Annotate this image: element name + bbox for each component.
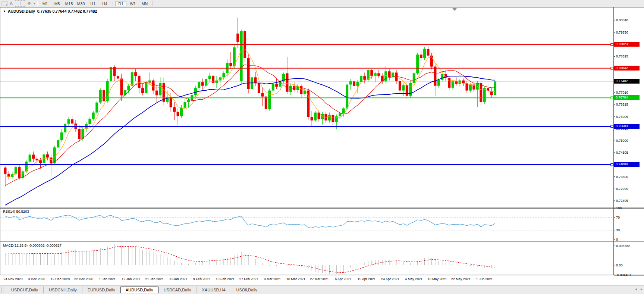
chart-tab-xauusd-h4[interactable]: XAUUSD,H4 [197,287,231,293]
chart-symbol-label: AUDUSD,Daily [8,9,35,13]
toolbar-separator [37,1,37,6]
price-tick-label: 0.80040 [616,18,628,22]
price-tick-label: 0.76515 [616,103,628,106]
cursor-mode-icon[interactable]: ✥ [25,1,33,6]
timeframe-button-w1[interactable]: W1 [127,1,138,6]
timeframe-button-m30[interactable]: M30 [75,1,87,6]
macd-tick-label: -0.004451 [616,273,631,277]
price-line-label: 0.77482 [614,79,640,84]
timeframe-button-h1[interactable]: H1 [87,1,98,6]
price-tick-label: 0.76005 [616,115,628,119]
rsi-tick-label: 100 [616,206,622,210]
timeframe-button-m15[interactable]: M15 [63,1,75,6]
chart-tab-usdcad-daily[interactable]: USDCAD,Daily [158,287,197,293]
price-line-label: 0.75603 [614,124,640,129]
timeframe-button-m1[interactable]: M1 [40,1,51,6]
price-line-label: 0.79023 [614,42,640,47]
tab-scroll-arrows: ◂ ▸ [635,287,643,291]
price-tick-label: 0.77010 [616,91,628,94]
tabbar-grip [1,287,3,293]
toolbar-dock-grid-icon[interactable]: F [0,1,7,6]
chart-tab-usoil-daily[interactable]: USOil,Daily [231,287,263,293]
price-tick-label: 0.79530 [616,31,628,34]
price-line-label: 0.76794 [614,95,640,100]
macd-label: MACD(12,26,9) -0.000302 -0.000627 [3,243,62,247]
date-label: 1 Jun 2021 [469,277,499,281]
font-tool-icon[interactable]: A [7,1,15,6]
tab-scroll-left-icon[interactable]: ◂ [635,287,637,291]
timeframe-button-h4[interactable]: H4 [99,1,110,6]
price-tick-label: 0.73500 [616,175,628,179]
toolbar-separator [153,1,153,6]
chart-tabbar: USDCHF,DailyUSDCNH,DailyEURUSD,DailyAUDU… [0,285,644,294]
rsi-tick-label: 30 [616,228,620,232]
chart-tab-usdcnh-daily[interactable]: USDCNH,Daily [43,287,82,293]
timeframe-button-d1[interactable]: D1 [115,1,126,6]
macd-tick-label: 0.00 [616,263,623,267]
chart-tab-eurusd-daily[interactable]: EURUSD,Daily [82,287,120,293]
mt4-window: F A T ✥ ▾ M1M5M15M30H1H4 D1W1MN ▼AUDUSD,… [0,0,644,294]
rsi-tick-label: 70 [616,216,620,219]
chart-tab-usdchf-daily[interactable]: USDCHF,Daily [6,287,43,293]
chart-window: ▼AUDUSD,Daily 0.77635 0.77644 0.77482 0.… [0,7,644,285]
price-tick-label: 0.78525 [616,54,628,58]
macd-tick-label: 0.008782 [616,244,630,248]
price-chart-plot[interactable] [0,7,644,285]
price-tick-label: 0.75000 [616,139,628,143]
price-tick-label: 0.72495 [616,199,628,203]
price-line-label: 0.78032 [614,66,640,71]
price-line-label: 0.74000 [614,162,640,167]
date-axis[interactable]: 24 Nov 20203 Dec 202012 Dec 202022 Dec 2… [0,275,614,285]
timeframe-button-m5[interactable]: M5 [51,1,63,6]
rsi-tick-label: 0 [616,238,618,241]
rsi-label: RSI(14) 50.8203 [3,209,29,213]
price-tick-label: 0.74505 [616,151,628,154]
dropdown-caret-icon[interactable]: ▾ [34,2,35,5]
symbol-dropdown-icon[interactable]: ▼ [3,10,6,13]
chart-quotes-label: 0.77635 0.77644 0.77482 0.77482 [37,9,97,13]
tab-scroll-right-icon[interactable]: ▸ [641,287,643,291]
toolbar-separator [113,1,113,6]
text-label-tool-icon[interactable]: T [15,0,25,7]
price-tick-label: 0.72990 [616,187,628,191]
chart-tab-audusd-daily[interactable]: AUDUSD,Daily [120,287,158,293]
timeframe-button-mn[interactable]: MN [139,1,150,6]
toolbar: F A T ✥ ▾ M1M5M15M30H1H4 D1W1MN [0,0,644,7]
chart-title: ▼AUDUSD,Daily 0.77635 0.77644 0.77482 0.… [3,9,97,13]
price-axis[interactable]: 0.800400.795300.785250.770100.765150.760… [614,7,644,285]
